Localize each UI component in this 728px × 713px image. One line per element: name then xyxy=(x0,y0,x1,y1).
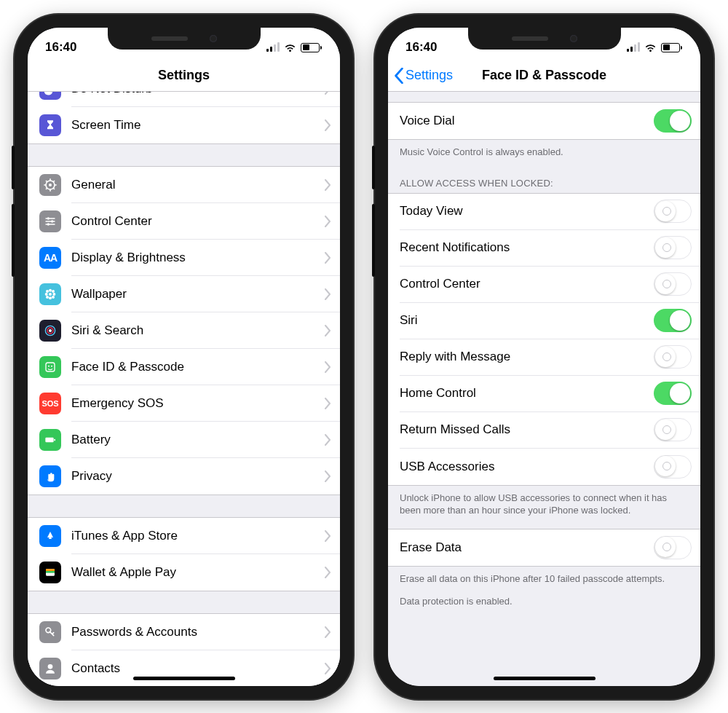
svg-rect-34 xyxy=(46,569,55,571)
erase-group: Erase Data xyxy=(388,529,700,567)
svg-point-13 xyxy=(47,217,50,219)
settings-list[interactable]: Do Not DisturbScreen Time GeneralControl… xyxy=(28,92,340,686)
home-indicator[interactable] xyxy=(494,677,596,680)
row-reply-with-message[interactable]: Reply with Message xyxy=(388,339,700,376)
back-button[interactable]: Settings xyxy=(394,68,453,84)
sliders-icon xyxy=(39,210,61,232)
settings-row-contacts[interactable]: Contacts xyxy=(28,650,340,686)
row-label: Display & Brightness xyxy=(71,251,186,265)
svg-point-14 xyxy=(51,220,53,222)
row-label: Screen Time xyxy=(71,118,141,133)
usb-footer: Unlock iPhone to allow USB accessories t… xyxy=(388,486,700,524)
svg-point-19 xyxy=(45,293,48,296)
row-usb-accessories[interactable]: USB Accessories xyxy=(388,449,700,485)
phone-left: 16:40 Settings Do Not DisturbScreen Time… xyxy=(15,15,353,699)
toggle-usb-accessories[interactable] xyxy=(654,455,692,478)
toggle-return-missed-calls[interactable] xyxy=(654,418,692,441)
settings-row-face-id-passcode[interactable]: Face ID & Passcode xyxy=(28,349,340,385)
row-label: Face ID & Passcode xyxy=(71,360,184,374)
row-voice-dial[interactable]: Voice Dial xyxy=(388,103,700,139)
row-label: Erase Data xyxy=(400,540,462,555)
home-indicator[interactable] xyxy=(133,677,235,680)
row-erase-data[interactable]: Erase Data xyxy=(388,529,700,566)
toggle-reply-with-message[interactable] xyxy=(654,345,692,369)
svg-line-9 xyxy=(53,181,55,182)
toggle-home-control[interactable] xyxy=(654,382,692,405)
settings-row-siri-search[interactable]: Siri & Search xyxy=(28,312,340,349)
row-siri[interactable]: Siri xyxy=(388,303,700,339)
row-label: Siri & Search xyxy=(71,323,143,338)
faceid-list[interactable]: Voice Dial Music Voice Control is always… xyxy=(388,92,700,686)
svg-point-30 xyxy=(51,366,52,367)
screen: 16:40 Settings Do Not DisturbScreen Time… xyxy=(28,28,340,686)
toggle-erase-data[interactable] xyxy=(654,536,692,559)
chevron-right-icon xyxy=(324,398,331,409)
signal-icon xyxy=(627,43,640,52)
allow-header: ALLOW ACCESS WHEN LOCKED: xyxy=(388,166,700,193)
appstore-icon xyxy=(39,525,61,547)
settings-row-emergency-sos[interactable]: SOSEmergency SOS xyxy=(28,385,340,422)
erase-footer-2: Data protection is enabled. xyxy=(388,592,700,615)
toggle-recent-notifications[interactable] xyxy=(654,236,692,259)
row-label: Siri xyxy=(400,313,418,328)
voice-dial-footer: Music Voice Control is always enabled. xyxy=(388,140,700,166)
toggle-voice-dial[interactable] xyxy=(654,109,692,133)
wifi-icon xyxy=(644,43,657,52)
settings-row-control-center[interactable]: Control Center xyxy=(28,203,340,240)
settings-row-wallet-apple-pay[interactable]: Wallet & Apple Pay xyxy=(28,554,340,591)
wallet-icon xyxy=(39,562,61,583)
row-home-control[interactable]: Home Control xyxy=(388,376,700,412)
row-recent-notifications[interactable]: Recent Notifications xyxy=(388,230,700,267)
page-title: Face ID & Passcode xyxy=(482,68,606,83)
row-today-view[interactable]: Today View xyxy=(388,194,700,230)
chevron-right-icon xyxy=(324,92,331,95)
settings-row-wallpaper[interactable]: Wallpaper xyxy=(28,276,340,312)
chevron-right-icon xyxy=(324,361,331,373)
page-title: Settings xyxy=(158,68,210,83)
list-group-1: Do Not DisturbScreen Time xyxy=(28,92,340,144)
siri-icon xyxy=(39,320,61,342)
row-label: Home Control xyxy=(400,386,476,401)
settings-row-screen-time[interactable]: Screen Time xyxy=(28,107,340,143)
row-label: Passwords & Accounts xyxy=(71,625,197,639)
allow-access-group: Today ViewRecent NotificationsControl Ce… xyxy=(388,193,700,486)
flower-icon xyxy=(39,283,61,305)
screen: 16:40 Settings Face ID & Passcode xyxy=(388,28,700,686)
contacts-icon xyxy=(39,658,61,679)
key-icon xyxy=(39,621,61,643)
row-return-missed-calls[interactable]: Return Missed Calls xyxy=(388,412,700,449)
chevron-right-icon xyxy=(324,119,331,131)
notch xyxy=(108,28,261,50)
row-label: Privacy xyxy=(71,469,112,484)
svg-point-15 xyxy=(47,223,50,225)
moon-icon xyxy=(39,92,61,100)
chevron-right-icon xyxy=(324,216,331,227)
hand-icon xyxy=(39,465,61,487)
settings-row-battery[interactable]: Battery xyxy=(28,422,340,458)
toggle-siri[interactable] xyxy=(654,309,692,332)
svg-line-7 xyxy=(53,188,55,189)
settings-row-itunes-app-store[interactable]: iTunes & App Store xyxy=(28,518,340,554)
erase-footer-1: Erase all data on this iPhone after 10 f… xyxy=(388,567,700,593)
settings-row-general[interactable]: General xyxy=(28,167,340,203)
notch xyxy=(468,28,621,50)
svg-point-29 xyxy=(48,366,50,367)
chevron-right-icon xyxy=(324,179,331,191)
settings-row-passwords-accounts[interactable]: Passwords & Accounts xyxy=(28,614,340,650)
svg-point-22 xyxy=(52,290,55,293)
toggle-today-view[interactable] xyxy=(654,200,692,223)
nav-bar: Settings xyxy=(28,60,340,92)
row-control-center[interactable]: Control Center xyxy=(388,267,700,303)
svg-point-20 xyxy=(52,293,55,296)
settings-row-display-brightness[interactable]: AADisplay & Brightness xyxy=(28,240,340,276)
chevron-right-icon xyxy=(324,434,331,446)
status-time: 16:40 xyxy=(405,40,437,55)
toggle-control-center[interactable] xyxy=(654,272,692,296)
row-label: Return Missed Calls xyxy=(400,422,510,437)
settings-row-do-not-disturb[interactable]: Do Not Disturb xyxy=(28,92,340,107)
svg-point-1 xyxy=(49,184,52,186)
settings-row-privacy[interactable]: Privacy xyxy=(28,458,340,495)
row-label: Reply with Message xyxy=(400,350,510,364)
phone-right: 16:40 Settings Face ID & Passcode xyxy=(375,15,713,699)
row-label: Voice Dial xyxy=(400,114,455,128)
